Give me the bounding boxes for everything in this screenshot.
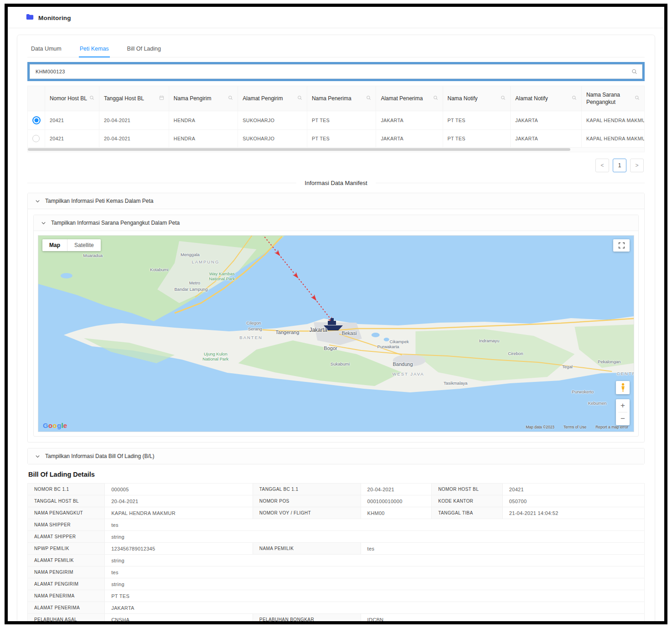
terms-of-use-link[interactable]: Terms of Use [563, 425, 586, 429]
table-cell: KAPAL HENDRA MAKMUR [581, 130, 644, 148]
panel-peti-kemas-map: Tampilkan Informasi Peti Kemas Dalam Pet… [27, 193, 645, 443]
row-radio[interactable] [32, 116, 41, 124]
panel-bill-of-lading: Tampilkan Informasi Data Bill Of Lading … [27, 448, 645, 464]
satellite-view-button[interactable]: Satellite [67, 239, 101, 251]
bl-detail-label: PELABUHAN ASAL [28, 614, 105, 625]
table-cell: PT TES [443, 130, 511, 148]
app-frame: Monitoring Data UmumPeti KemasBill Of La… [5, 4, 667, 624]
radio-cell [28, 111, 45, 130]
row-radio[interactable] [32, 135, 40, 142]
search-icon[interactable] [89, 95, 94, 102]
bl-detail-value: CNSHA [105, 614, 253, 625]
column-header[interactable]: Tanggal Host BL [99, 86, 169, 111]
bl-detail-label: NAMA SHIPPER [28, 519, 105, 531]
report-map-error-link[interactable]: Report a map error [595, 425, 628, 429]
bl-details-row: TANGGAL HOST BL20-04-2021NOMOR POS000100… [28, 495, 645, 507]
bl-detail-value: tes [361, 543, 644, 555]
search-icon[interactable] [297, 95, 302, 102]
bl-details-row: NAMA SHIPPERtes [28, 519, 645, 531]
pagination-prev-button[interactable]: < [595, 159, 609, 172]
folder-icon [26, 14, 34, 22]
table-row[interactable]: 2042120-04-2021HENDRASUKOHARJOPT TESJAKA… [28, 130, 645, 148]
map-canvas [38, 236, 634, 432]
bl-detail-label: NOMOR BC 1.1 [28, 484, 105, 495]
bl-detail-value: tes [105, 519, 645, 531]
table-cell: HENDRA [169, 130, 238, 148]
search-icon[interactable] [501, 95, 506, 102]
table-cell: PT TES [307, 130, 376, 148]
pagination-next-button[interactable]: > [630, 159, 644, 172]
panel-sarana-map: Tampilkan Informasi Sarana Pengangkut Da… [33, 215, 639, 437]
page-title: Monitoring [38, 15, 71, 21]
panel-body-sarana: MuaraduaMenggalaLAMPUNGKotabumiWay Kamba… [34, 231, 638, 436]
column-header[interactable]: Nama Notify [443, 86, 511, 111]
panel-body-peti-kemas: Tampilkan Informasi Sarana Pengangkut Da… [28, 209, 644, 442]
table-cell: 20-04-2021 [99, 111, 169, 130]
search-icon[interactable] [228, 95, 233, 102]
panel-header-peti-kemas[interactable]: Tampilkan Informasi Peti Kemas Dalam Pet… [28, 193, 644, 209]
search-icon[interactable] [572, 95, 577, 102]
content-card: Data UmumPeti KemasBill Of Lading Nomor … [17, 35, 655, 624]
horizontal-scrollbar[interactable] [27, 148, 645, 152]
table-cell: HENDRA [169, 111, 238, 130]
bl-details-row: ALAMAT PEMILIKstring [28, 555, 645, 566]
table-cell: KAPAL HENDRA MAKMUR [581, 111, 644, 130]
column-header[interactable]: Alamat Pengirim [238, 86, 307, 111]
column-header[interactable]: Alamat Penerima [376, 86, 443, 111]
bl-detail-value: JAKARTA [105, 602, 645, 614]
search-icon[interactable] [635, 95, 640, 102]
bl-detail-label: NAMA PENGANGKUT [28, 507, 105, 519]
bl-details-title: Bill Of Lading Details [28, 471, 644, 478]
bl-detail-label: NOMOR HOST BL [432, 484, 503, 495]
calendar-icon[interactable] [159, 95, 164, 102]
column-header[interactable]: Nama Penerima [307, 86, 376, 111]
bl-details-section: Bill Of Lading Details NOMOR BC 1.100000… [27, 471, 645, 624]
table-cell: JAKARTA [511, 111, 582, 130]
column-header[interactable]: Nama Sarana Pengangkut [581, 86, 644, 111]
scrollbar-thumb[interactable] [28, 148, 570, 151]
bl-search-input[interactable] [30, 64, 642, 79]
radio-column-header [28, 86, 45, 111]
bl-detail-label: TANGGAL BC 1.1 [253, 484, 361, 495]
search-icon[interactable] [433, 95, 438, 102]
zoom-in-button[interactable]: + [616, 399, 630, 412]
fullscreen-button[interactable] [613, 239, 630, 252]
bl-details-row: PELABUHAN ASALCNSHAPELABUHAN BONGKARIDCB… [28, 614, 645, 625]
pagination-page-1[interactable]: 1 [613, 159, 626, 172]
search-icon[interactable] [366, 95, 371, 102]
bl-detail-label: NOMOR VOY / FLIGHT [253, 507, 361, 519]
zoom-out-button[interactable]: − [616, 412, 630, 425]
table-cell: 20421 [45, 130, 99, 148]
bl-detail-value: 21-04-2021 14:04:52 [502, 507, 644, 519]
section-divider-label: Informasi Data Manifest [305, 180, 367, 186]
bl-details-row: NAMA PENGANGKUTKAPAL HENDRA MAKMURNOMOR … [28, 507, 645, 519]
bl-detail-label: ALAMAT SHIPPER [28, 531, 105, 543]
bl-details-row: ALAMAT SHIPPERstring [28, 531, 645, 543]
bl-detail-label: NAMA PENGIRIM [28, 566, 105, 578]
tab-peti-kemas[interactable]: Peti Kemas [79, 41, 110, 57]
search-icon[interactable] [631, 69, 637, 75]
search-highlight-annotation [27, 62, 645, 81]
bl-detail-label: NAMA PENERIMA [28, 590, 105, 602]
tab-data-umum[interactable]: Data Umum [30, 41, 62, 57]
panel-label: Tampilkan Informasi Data Bill Of Lading … [45, 453, 154, 459]
google-map[interactable]: MuaraduaMenggalaLAMPUNGKotabumiWay Kamba… [38, 235, 634, 432]
page-header: Monitoring [8, 7, 664, 28]
bl-detail-label: KODE KANTOR [432, 495, 503, 507]
column-header[interactable]: Nomor Host BL [45, 86, 99, 111]
panel-header-sarana[interactable]: Tampilkan Informasi Sarana Pengangkut Da… [34, 215, 638, 231]
tab-bill-of-lading[interactable]: Bill Of Lading [126, 41, 162, 57]
bl-detail-value: 123456789012345 [105, 543, 253, 555]
map-view-button[interactable]: Map [42, 239, 67, 251]
column-header[interactable]: Alamat Notify [511, 86, 582, 111]
pegman-button[interactable] [616, 381, 630, 394]
table-row[interactable]: 2042120-04-2021HENDRASUKOHARJOPT TESJAKA… [28, 111, 645, 130]
bl-detail-value: string [105, 531, 645, 543]
bl-details-table: NOMOR BC 1.1000005TANGGAL BC 1.120-04-20… [27, 483, 645, 624]
table-cell: PT TES [307, 111, 376, 130]
bl-detail-label: TANGGAL HOST BL [28, 495, 105, 507]
column-header[interactable]: Nama Pengirim [169, 86, 238, 111]
panel-header-bill-of-lading[interactable]: Tampilkan Informasi Data Bill Of Lading … [28, 448, 644, 464]
table-cell: PT TES [443, 111, 511, 130]
bl-details-row: NAMA PENGIRIMtes [28, 566, 645, 578]
